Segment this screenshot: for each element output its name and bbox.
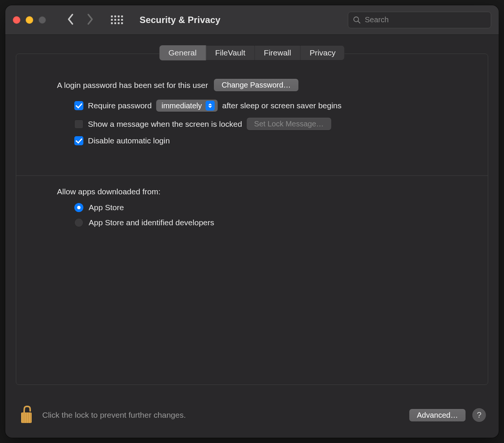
tab-filevault[interactable]: FileVault [206, 45, 255, 60]
login-section: A login password has been set for this u… [16, 77, 488, 145]
radio-identified-label: App Store and identified developers [89, 218, 214, 227]
require-password-checkbox[interactable] [74, 101, 83, 110]
tab-firewall[interactable]: Firewall [255, 45, 300, 60]
allow-apps-option-appstore: App Store [74, 203, 447, 212]
search-icon [353, 16, 361, 24]
require-password-prefix: Require password [88, 101, 152, 110]
svg-rect-5 [26, 412, 27, 423]
footer-right: Advanced… ? [409, 408, 486, 422]
back-button[interactable] [66, 14, 75, 26]
show-message-row: Show a message when the screen is locked… [74, 118, 447, 130]
login-password-row: A login password has been set for this u… [57, 79, 447, 91]
preferences-window: Security & Privacy General FileVault Fir… [5, 5, 499, 438]
radio-appstore[interactable] [74, 203, 83, 212]
disable-auto-login-checkbox[interactable] [74, 136, 83, 145]
show-message-checkbox[interactable] [74, 120, 83, 129]
search-field[interactable] [348, 12, 491, 28]
minimize-window-button[interactable] [26, 16, 33, 24]
general-panel: A login password has been set for this u… [16, 54, 488, 385]
login-status-text: A login password has been set for this u… [57, 81, 208, 90]
allow-apps-section: Allow apps downloaded from: App Store Ap… [16, 187, 488, 227]
require-password-delay-select[interactable]: immediately [156, 100, 218, 112]
lock-hint-text: Click the lock to prevent further change… [42, 411, 186, 420]
forward-button [86, 14, 94, 26]
titlebar: Security & Privacy [5, 5, 499, 35]
search-wrap [348, 12, 491, 28]
window-controls [13, 16, 46, 24]
tab-general[interactable]: General [159, 45, 206, 60]
stepper-icon [206, 101, 215, 111]
change-password-button[interactable]: Change Password… [214, 79, 298, 91]
svg-rect-4 [25, 412, 25, 423]
nav-arrows [66, 14, 94, 26]
allow-apps-option-identified: App Store and identified developers [74, 218, 447, 227]
require-password-suffix: after sleep or screen saver begins [222, 101, 341, 110]
radio-identified-developers[interactable] [74, 218, 83, 227]
disable-auto-login-row: Disable automatic login [74, 136, 447, 145]
radio-appstore-label: App Store [89, 203, 124, 212]
help-button[interactable]: ? [472, 408, 486, 422]
window-title: Security & Privacy [140, 15, 220, 25]
advanced-button[interactable]: Advanced… [409, 409, 466, 421]
require-password-row: Require password immediately after sleep… [74, 100, 447, 112]
tab-bar: General FileVault Firewall Privacy [159, 45, 344, 60]
search-input[interactable] [365, 15, 486, 24]
footer: Click the lock to prevent further change… [5, 392, 499, 438]
allow-apps-heading: Allow apps downloaded from: [57, 187, 447, 196]
svg-rect-3 [23, 412, 23, 423]
content-area: General FileVault Firewall Privacy A log… [5, 35, 499, 438]
require-password-delay-value: immediately [161, 102, 202, 110]
svg-rect-6 [28, 412, 29, 423]
tab-privacy[interactable]: Privacy [301, 45, 345, 60]
close-window-button[interactable] [13, 16, 20, 24]
set-lock-message-button: Set Lock Message… [247, 118, 332, 130]
lock-icon[interactable] [18, 404, 35, 426]
disable-auto-login-label: Disable automatic login [88, 136, 170, 145]
show-all-preferences-button[interactable] [111, 15, 123, 24]
show-message-label: Show a message when the screen is locked [88, 120, 242, 129]
svg-rect-7 [30, 412, 31, 423]
section-divider [16, 175, 488, 176]
svg-line-1 [358, 21, 360, 23]
zoom-window-button [38, 16, 46, 24]
